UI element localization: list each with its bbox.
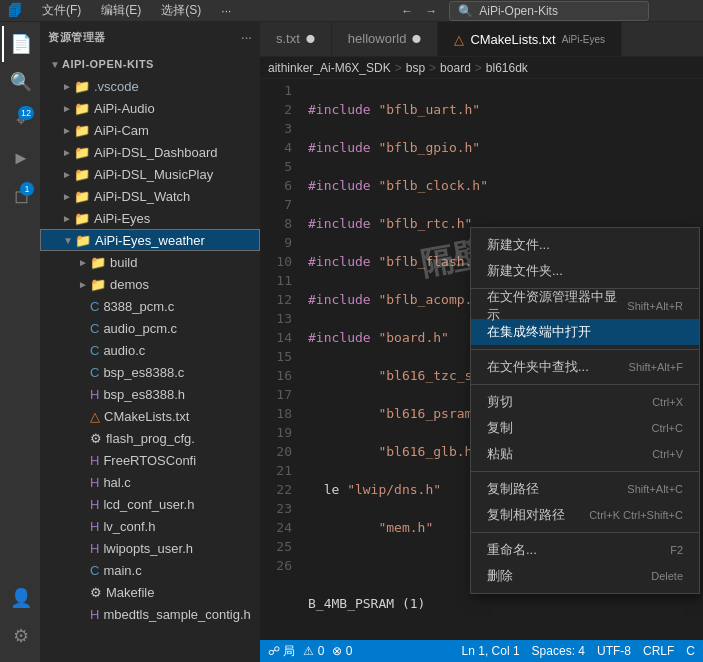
error-count[interactable]: ⚠ 0: [303, 644, 324, 658]
context-menu-delete[interactable]: 删除 Delete: [471, 563, 699, 589]
language[interactable]: C: [686, 644, 695, 658]
activity-explorer[interactable]: 📄: [2, 26, 38, 62]
dsl-watch-arrow: ►: [60, 191, 74, 202]
tree-item-build[interactable]: ► 📁 build: [40, 251, 260, 273]
tree-item-lcd[interactable]: ► H lcd_conf_user.h: [40, 493, 260, 515]
spaces[interactable]: Spaces: 4: [532, 644, 585, 658]
tree-item-makefile[interactable]: ► ⚙ Makefile: [40, 581, 260, 603]
tab-stxt-modified: ⬤: [306, 34, 315, 43]
tree-item-lvconf[interactable]: ► H lv_conf.h: [40, 515, 260, 537]
tree-item-dsl-music[interactable]: ► 📁 AiPi-DSL_MusicPlay: [40, 163, 260, 185]
weather-label: AiPi-Eyes_weather: [95, 233, 205, 248]
freertos-label: FreeRTOSConfi: [103, 453, 196, 468]
activity-run[interactable]: ►: [2, 140, 38, 176]
mainc-label: main.c: [103, 563, 141, 578]
warning-count[interactable]: ⊗ 0: [332, 644, 352, 658]
tree-item-aipiaudio[interactable]: ► 📁 AiPi-Audio: [40, 97, 260, 119]
vscode-icon: 🗐: [8, 3, 22, 19]
tab-cmake[interactable]: △ CMakeLists.txt AiPi-Eyes: [438, 22, 622, 56]
h-file-icon: H: [90, 387, 99, 402]
menu-file[interactable]: 文件(F): [38, 2, 85, 19]
c-file-icon: C: [90, 299, 99, 314]
context-menu-new-file[interactable]: 新建文件...: [471, 232, 699, 258]
menu-select[interactable]: 选择(S): [157, 2, 205, 19]
tree-item-flash[interactable]: ► ⚙ flash_prog_cfg.: [40, 427, 260, 449]
source-control-badge: 12: [18, 106, 34, 120]
forward-arrow[interactable]: →: [421, 2, 441, 20]
c-file-icon4: C: [90, 365, 99, 380]
tree-item-halc[interactable]: ► H hal.c: [40, 471, 260, 493]
tab-stxt[interactable]: s.txt ⬤: [260, 22, 332, 56]
tab-cmake-icon: △: [454, 32, 464, 47]
activity-search[interactable]: 🔍: [2, 64, 38, 100]
context-menu-new-folder[interactable]: 新建文件夹...: [471, 258, 699, 284]
sidebar-header-dots[interactable]: ···: [241, 32, 252, 44]
vscode-folder-icon: 📁: [74, 79, 90, 94]
bottom-bar: ☍ 局 ⚠ 0 ⊗ 0 Ln 1, Col 1 Spaces: 4 UTF-8 …: [260, 640, 703, 662]
context-menu-sep4: [471, 471, 699, 472]
menu-more[interactable]: ···: [217, 4, 235, 18]
tree-item-mainc[interactable]: ► C main.c: [40, 559, 260, 581]
tree-item-lwip[interactable]: ► H lwipopts_user.h: [40, 537, 260, 559]
open-terminal-label: 在集成终端中打开: [487, 323, 591, 341]
activity-account[interactable]: 👤: [2, 580, 38, 616]
root-label: AIPI-OPEN-KITS: [62, 58, 154, 70]
tree-item-8388pcm[interactable]: ► C 8388_pcm.c: [40, 295, 260, 317]
dsl-watch-label: AiPi-DSL_Watch: [94, 189, 190, 204]
context-menu-open-terminal[interactable]: 在集成终端中打开: [471, 319, 699, 345]
search-icon: 🔍: [458, 4, 473, 18]
context-menu-copy[interactable]: 复制 Ctrl+C: [471, 415, 699, 441]
search-box[interactable]: 🔍 AiPi-Open-Kits: [449, 1, 649, 21]
context-menu-rename[interactable]: 重命名... F2: [471, 537, 699, 563]
bspc-label: bsp_es8388.c: [103, 365, 184, 380]
tree-item-audiopcm[interactable]: ► C audio_pcm.c: [40, 317, 260, 339]
reveal-label: 在文件资源管理器中显示: [487, 288, 627, 324]
context-menu-reveal[interactable]: 在文件资源管理器中显示 Shift+Alt+R: [471, 293, 699, 319]
tree-item-bsph[interactable]: ► H bsp_es8388.h: [40, 383, 260, 405]
demos-folder-icon: 📁: [90, 277, 106, 292]
tree-item-demos[interactable]: ► 📁 demos: [40, 273, 260, 295]
back-arrow[interactable]: ←: [397, 2, 417, 20]
tree-item-cmake[interactable]: ► △ CMakeLists.txt: [40, 405, 260, 427]
settings-icon: ⚙: [13, 625, 29, 647]
tab-helloworld[interactable]: helloworld ⬤: [332, 22, 439, 56]
tree-item-weather[interactable]: ▼ 📁 AiPi-Eyes_weather: [40, 229, 260, 251]
cam-folder-icon: 📁: [74, 123, 90, 138]
encoding[interactable]: UTF-8: [597, 644, 631, 658]
tree-item-freertos[interactable]: ► H FreeRTOSConfi: [40, 449, 260, 471]
build-arrow: ►: [76, 257, 90, 268]
delete-label: 删除: [487, 567, 513, 585]
tree-root[interactable]: ▼ AIPI-OPEN-KITS: [40, 53, 260, 75]
dsl-watch-folder-icon: 📁: [74, 189, 90, 204]
context-menu-cut[interactable]: 剪切 Ctrl+X: [471, 389, 699, 415]
tree-item-mbedtls[interactable]: ► H mbedtls_sample_contig.h: [40, 603, 260, 625]
bottom-right: Ln 1, Col 1 Spaces: 4 UTF-8 CRLF C: [462, 644, 695, 658]
h-file-icon5: H: [90, 519, 99, 534]
cursor-pos[interactable]: Ln 1, Col 1: [462, 644, 520, 658]
context-menu-paste[interactable]: 粘贴 Ctrl+V: [471, 441, 699, 467]
context-menu-copy-rel-path[interactable]: 复制相对路径 Ctrl+K Ctrl+Shift+C: [471, 502, 699, 528]
tab-cmake-label: CMakeLists.txt: [470, 32, 555, 47]
tree-item-vscode[interactable]: ► 📁 .vscode: [40, 75, 260, 97]
tree-item-audioc[interactable]: ► C audio.c: [40, 339, 260, 361]
audio-label: AiPi-Audio: [94, 101, 155, 116]
context-menu-copy-path[interactable]: 复制路径 Shift+Alt+C: [471, 476, 699, 502]
tree-item-dsl-watch[interactable]: ► 📁 AiPi-DSL_Watch: [40, 185, 260, 207]
activity-source-control[interactable]: ⌖ 12: [2, 102, 38, 138]
line-ending[interactable]: CRLF: [643, 644, 674, 658]
tree-item-aipieyes[interactable]: ► 📁 AiPi-Eyes: [40, 207, 260, 229]
c-file-icon3: C: [90, 343, 99, 358]
tree-item-bspc[interactable]: ► C bsp_es8388.c: [40, 361, 260, 383]
tree-item-dsl-dashboard[interactable]: ► 📁 AiPi-DSL_Dashboard: [40, 141, 260, 163]
breadcrumb-part3: board: [440, 61, 471, 75]
git-branch[interactable]: ☍ 局: [268, 643, 295, 660]
activity-settings[interactable]: ⚙: [2, 618, 38, 654]
context-menu-find-in-folder[interactable]: 在文件夹中查找... Shift+Alt+F: [471, 354, 699, 380]
activity-extensions[interactable]: ◻ 1: [2, 178, 38, 214]
dsl-dash-folder-icon: 📁: [74, 145, 90, 160]
tree-item-aipicam[interactable]: ► 📁 AiPi-Cam: [40, 119, 260, 141]
main-layout: 📄 🔍 ⌖ 12 ► ◻ 1 👤 ⚙ 资源管理器 ···: [0, 22, 703, 662]
build-label: build: [110, 255, 137, 270]
menu-edit[interactable]: 编辑(E): [97, 2, 145, 19]
account-icon: 👤: [10, 587, 32, 609]
